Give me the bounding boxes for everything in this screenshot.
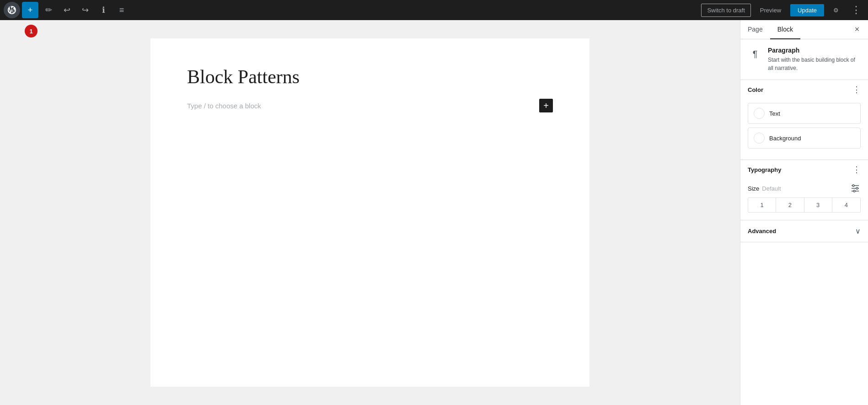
font-size-1[interactable]: 1 — [748, 198, 776, 212]
switch-to-draft-button[interactable]: Switch to draft — [701, 4, 750, 17]
notification-count: 1 — [29, 28, 32, 35]
svg-point-4 — [856, 187, 858, 189]
text-color-label: Text — [769, 110, 780, 117]
advanced-section: Advanced ∨ — [740, 220, 868, 242]
settings-button[interactable]: ⚙ — [828, 2, 844, 18]
update-button[interactable]: Update — [790, 4, 824, 16]
sidebar-tabs: Page Block × — [740, 20, 868, 39]
editor-area: 1 Block Patterns + — [0, 20, 740, 405]
wp-logo-icon — [7, 5, 16, 15]
advanced-section-header[interactable]: Advanced ∨ — [740, 220, 868, 242]
undo-button[interactable]: ↩ — [59, 2, 75, 18]
color-option-text[interactable]: Text — [748, 103, 861, 124]
color-section-header: Color ⋮ — [740, 80, 868, 99]
size-value: Default — [762, 185, 781, 192]
vertical-dots-icon: ⋮ — [851, 4, 861, 16]
post-title[interactable]: Block Patterns — [187, 66, 553, 88]
gear-icon: ⚙ — [833, 7, 839, 14]
advanced-section-title: Advanced — [748, 228, 776, 234]
tab-block[interactable]: Block — [770, 20, 800, 39]
color-options: Text Background — [740, 99, 868, 160]
svg-point-5 — [853, 190, 855, 192]
editor-canvas: Block Patterns + — [150, 38, 589, 387]
right-sidebar: Page Block × ¶ Paragraph Start with the … — [740, 20, 868, 405]
more-options-button[interactable]: ⋮ — [848, 2, 864, 18]
redo-icon: ↪ — [82, 5, 89, 15]
block-type-name: Paragraph — [768, 47, 861, 54]
edit-button[interactable]: ✏ — [40, 2, 57, 18]
tab-page[interactable]: Page — [740, 20, 770, 39]
text-color-circle — [754, 108, 765, 119]
font-size-grid: 1 2 3 4 — [748, 197, 861, 213]
toolbar: + ✏ ↩ ↪ ℹ ≡ Switch to draft Preview Upda… — [0, 0, 868, 20]
info-icon: ℹ — [102, 5, 105, 15]
size-label: Size — [748, 185, 759, 192]
undo-icon: ↩ — [64, 5, 70, 15]
inline-plus-icon: + — [543, 101, 549, 111]
font-size-3[interactable]: 3 — [804, 198, 832, 212]
toolbar-left: + ✏ ↩ ↪ ℹ ≡ — [4, 2, 699, 18]
font-size-settings-button[interactable] — [850, 183, 861, 194]
block-placeholder-row: + — [187, 99, 553, 112]
typography-section: Typography ⋮ Size Default — [740, 160, 868, 220]
main-layout: 1 Block Patterns + Page Block × ¶ — [0, 20, 868, 405]
block-placeholder-input[interactable] — [187, 102, 534, 110]
font-size-4[interactable]: 4 — [832, 198, 860, 212]
pencil-icon: ✏ — [45, 5, 52, 15]
notification-badge: 1 — [25, 25, 38, 37]
typography-section-title: Typography — [748, 166, 781, 173]
block-type-description: Start with the basic building block of a… — [768, 56, 861, 72]
color-section: Color ⋮ Text Background — [740, 80, 868, 160]
typography-section-more-button[interactable]: ⋮ — [852, 165, 861, 174]
block-info-text: Paragraph Start with the basic building … — [768, 47, 861, 72]
block-type-icon: ¶ — [748, 47, 762, 61]
info-button[interactable]: ℹ — [95, 2, 112, 18]
list-view-button[interactable]: ≡ — [113, 2, 130, 18]
preview-button[interactable]: Preview — [755, 4, 787, 16]
svg-point-3 — [852, 185, 854, 187]
plus-icon: + — [28, 5, 33, 15]
color-option-background[interactable]: Background — [748, 128, 861, 149]
color-section-more-button[interactable]: ⋮ — [852, 85, 861, 94]
add-block-button[interactable]: + — [22, 2, 38, 18]
typography-controls: Size Default — [740, 179, 868, 220]
typography-section-header: Typography ⋮ — [740, 160, 868, 179]
wp-logo-button[interactable] — [4, 2, 20, 18]
font-size-row: Size Default — [748, 183, 861, 194]
inline-add-block-button[interactable]: + — [539, 99, 553, 112]
sliders-icon — [850, 183, 861, 194]
background-color-label: Background — [769, 135, 801, 142]
redo-button[interactable]: ↪ — [77, 2, 93, 18]
background-color-circle — [754, 133, 765, 144]
block-info: ¶ Paragraph Start with the basic buildin… — [740, 39, 868, 80]
list-icon: ≡ — [119, 5, 124, 15]
toolbar-right: Switch to draft Preview Update ⚙ ⋮ — [701, 2, 864, 18]
color-section-title: Color — [748, 86, 763, 93]
sidebar-close-button[interactable]: × — [850, 22, 864, 37]
font-size-2[interactable]: 2 — [776, 198, 804, 212]
chevron-down-icon: ∨ — [855, 227, 861, 235]
